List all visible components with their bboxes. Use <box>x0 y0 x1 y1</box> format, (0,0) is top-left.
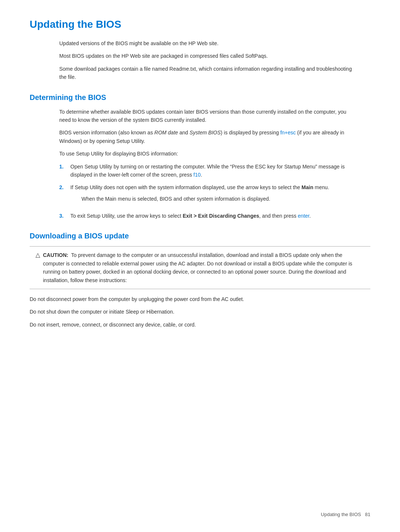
enter-link[interactable]: enter <box>298 213 309 219</box>
f10-link[interactable]: f10 <box>193 172 200 178</box>
caution-text: CAUTION: To prevent damage to the comput… <box>43 251 364 284</box>
warning-item-1: Do not disconnect power from the compute… <box>30 295 356 303</box>
footer-page-number: 81 <box>365 512 370 517</box>
main-title: Updating the BIOS <box>30 19 370 30</box>
step-2: 2. If Setup Utility does not open with t… <box>59 183 356 207</box>
step-2-sub: When the Main menu is selected, BIOS and… <box>81 195 356 203</box>
section2-content: △ CAUTION: To prevent damage to the comp… <box>30 246 370 329</box>
caution-header: △ CAUTION: To prevent damage to the comp… <box>36 251 364 284</box>
italic-system-bios: System BIOS <box>190 130 221 135</box>
bios-steps-list: 1. Open Setup Utility by turning on or r… <box>59 163 356 220</box>
exit-bold: Exit > Exit Discarding Changes <box>183 213 259 219</box>
step-1: 1. Open Setup Utility by turning on or r… <box>59 163 356 179</box>
caution-label: CAUTION: <box>43 252 68 258</box>
caution-box: △ CAUTION: To prevent damage to the comp… <box>30 246 370 289</box>
intro-paragraph-1: Updated versions of the BIOS might be av… <box>59 39 356 47</box>
caution-triangle-icon: △ <box>36 251 40 258</box>
main-bold: Main <box>301 184 313 190</box>
step-2-content: If Setup Utility does not open with the … <box>70 183 356 207</box>
italic-rom-date: ROM date <box>154 130 178 135</box>
section1-paragraph-3: To use Setup Utility for displaying BIOS… <box>59 150 356 158</box>
footer: Updating the BIOS 81 <box>321 512 370 517</box>
section2-title: Downloading a BIOS update <box>30 232 370 240</box>
section1-paragraph-1: To determine whether available BIOS upda… <box>59 108 356 124</box>
warning-item-3: Do not insert, remove, connect, or disco… <box>30 321 356 329</box>
fn-esc-link[interactable]: fn+esc <box>280 130 296 135</box>
footer-text: Updating the BIOS <box>321 512 361 517</box>
warning-items: Do not disconnect power from the compute… <box>30 295 356 329</box>
step-3: 3. To exit Setup Utility, use the arrow … <box>59 212 356 220</box>
step-3-number: 3. <box>59 212 70 220</box>
intro-content: Updated versions of the BIOS might be av… <box>59 39 356 81</box>
step-1-content: Open Setup Utility by turning on or rest… <box>70 163 356 179</box>
section1-paragraph-2: BIOS version information (also known as … <box>59 128 356 145</box>
intro-paragraph-3: Some download packages contain a file na… <box>59 65 356 81</box>
step-2-number: 2. <box>59 183 70 207</box>
warning-item-2: Do not shut down the computer or initiat… <box>30 308 356 316</box>
step-3-content: To exit Setup Utility, use the arrow key… <box>70 212 356 220</box>
caution-body: To prevent damage to the computer or an … <box>43 252 352 283</box>
intro-paragraph-2: Most BIOS updates on the HP Web site are… <box>59 52 356 60</box>
step-1-number: 1. <box>59 163 70 179</box>
section1-content: To determine whether available BIOS upda… <box>59 108 356 220</box>
section1-title: Determining the BIOS <box>30 93 370 102</box>
